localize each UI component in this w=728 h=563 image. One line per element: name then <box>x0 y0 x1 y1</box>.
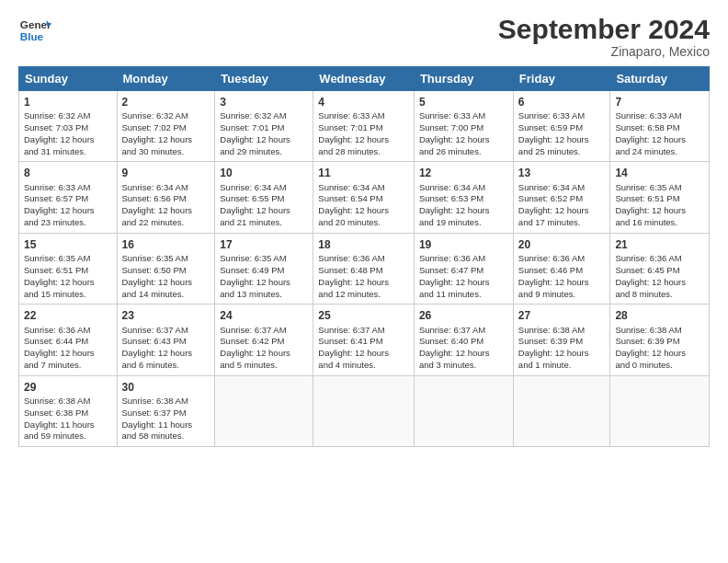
calendar-cell: 1Sunrise: 6:32 AMSunset: 7:03 PMDaylight… <box>19 91 118 162</box>
day-info-line: Sunset: 6:51 PM <box>615 193 704 205</box>
day-info-line: Daylight: 12 hours <box>122 134 210 146</box>
weekday-header-saturday: Saturday <box>610 67 710 91</box>
day-info-line: Sunrise: 6:34 AM <box>220 182 308 194</box>
calendar-cell: 26Sunrise: 6:37 AMSunset: 6:40 PMDayligh… <box>414 304 513 375</box>
day-number: 28 <box>615 308 704 323</box>
calendar-cell: 14Sunrise: 6:35 AMSunset: 6:51 PMDayligh… <box>610 162 710 233</box>
day-info-line: Daylight: 12 hours <box>122 205 210 217</box>
calendar-cell: 17Sunrise: 6:35 AMSunset: 6:49 PMDayligh… <box>215 233 313 304</box>
title-section: September 2024 Zinaparo, Mexico <box>498 14 710 59</box>
day-info-line: and 26 minutes. <box>419 146 508 158</box>
calendar-cell: 19Sunrise: 6:36 AMSunset: 6:47 PMDayligh… <box>414 233 513 304</box>
page: General Blue September 2024 Zinaparo, Me… <box>0 0 728 563</box>
day-info-line: Sunrise: 6:36 AM <box>518 253 606 265</box>
calendar-cell <box>215 375 313 446</box>
day-info-line: Sunset: 6:51 PM <box>24 265 112 277</box>
calendar-cell: 23Sunrise: 6:37 AMSunset: 6:43 PMDayligh… <box>117 304 215 375</box>
calendar-cell: 2Sunrise: 6:32 AMSunset: 7:02 PMDaylight… <box>117 91 215 162</box>
calendar-cell: 8Sunrise: 6:33 AMSunset: 6:57 PMDaylight… <box>19 162 118 233</box>
day-info-line: Daylight: 12 hours <box>318 348 409 360</box>
calendar-header-row: SundayMondayTuesdayWednesdayThursdayFrid… <box>19 67 710 91</box>
main-title: September 2024 <box>498 14 710 44</box>
day-info-line: and 0 minutes. <box>615 360 704 372</box>
day-number: 12 <box>419 166 508 180</box>
day-info-line: Daylight: 12 hours <box>518 277 606 289</box>
weekday-header-thursday: Thursday <box>414 67 513 91</box>
day-info-line: and 20 minutes. <box>318 217 409 229</box>
day-info-line: Sunrise: 6:33 AM <box>615 110 704 122</box>
day-info-line: Daylight: 11 hours <box>122 419 210 431</box>
day-info-line: Daylight: 12 hours <box>122 348 210 360</box>
day-info-line: Sunrise: 6:35 AM <box>122 253 210 265</box>
day-number: 26 <box>419 308 508 323</box>
calendar-cell: 24Sunrise: 6:37 AMSunset: 6:42 PMDayligh… <box>215 304 313 375</box>
day-number: 15 <box>24 237 112 252</box>
day-info-line: Sunset: 6:43 PM <box>122 336 210 348</box>
day-info-line: Daylight: 12 hours <box>419 348 508 360</box>
day-info-line: Sunset: 6:47 PM <box>419 265 508 277</box>
day-info-line: Sunset: 7:01 PM <box>318 122 409 134</box>
day-number: 16 <box>122 237 210 252</box>
weekday-header-monday: Monday <box>117 67 215 91</box>
day-info-line: Daylight: 12 hours <box>122 277 210 289</box>
day-info-line: Daylight: 12 hours <box>24 134 112 146</box>
svg-text:Blue: Blue <box>20 30 44 42</box>
day-number: 4 <box>318 95 409 109</box>
day-info-line: and 4 minutes. <box>318 360 409 372</box>
calendar-cell: 18Sunrise: 6:36 AMSunset: 6:48 PMDayligh… <box>313 233 415 304</box>
day-info-line: Sunrise: 6:34 AM <box>518 182 606 194</box>
weekday-header-friday: Friday <box>513 67 610 91</box>
calendar-cell: 10Sunrise: 6:34 AMSunset: 6:55 PMDayligh… <box>215 162 313 233</box>
calendar-cell: 30Sunrise: 6:38 AMSunset: 6:37 PMDayligh… <box>117 375 215 446</box>
day-info-line: and 30 minutes. <box>122 146 210 158</box>
day-info-line: Sunrise: 6:36 AM <box>419 253 508 265</box>
day-info-line: Sunrise: 6:32 AM <box>122 110 210 122</box>
calendar-week-row: 8Sunrise: 6:33 AMSunset: 6:57 PMDaylight… <box>19 162 710 233</box>
day-info-line: and 14 minutes. <box>122 289 210 301</box>
day-info-line: Daylight: 12 hours <box>419 134 508 146</box>
day-info-line: Sunset: 6:50 PM <box>122 265 210 277</box>
day-info-line: Daylight: 12 hours <box>518 134 606 146</box>
day-info-line: Sunset: 6:56 PM <box>122 193 210 205</box>
day-info-line: Daylight: 11 hours <box>24 419 112 431</box>
subtitle: Zinaparo, Mexico <box>498 44 710 59</box>
day-info-line: Daylight: 12 hours <box>419 205 508 217</box>
header: General Blue September 2024 Zinaparo, Me… <box>18 14 710 59</box>
day-info-line: and 59 minutes. <box>24 431 112 442</box>
day-info-line: Sunrise: 6:36 AM <box>24 325 112 337</box>
calendar-week-row: 22Sunrise: 6:36 AMSunset: 6:44 PMDayligh… <box>19 304 710 375</box>
calendar-cell <box>610 375 710 446</box>
day-info-line: Daylight: 12 hours <box>518 205 606 217</box>
day-info-line: and 1 minute. <box>518 360 606 372</box>
calendar-cell: 15Sunrise: 6:35 AMSunset: 6:51 PMDayligh… <box>19 233 118 304</box>
day-number: 13 <box>518 166 606 180</box>
day-info-line: and 31 minutes. <box>24 146 112 158</box>
calendar-cell: 25Sunrise: 6:37 AMSunset: 6:41 PMDayligh… <box>313 304 415 375</box>
day-number: 7 <box>615 95 704 109</box>
calendar-cell: 12Sunrise: 6:34 AMSunset: 6:53 PMDayligh… <box>414 162 513 233</box>
day-info-line: Sunset: 6:44 PM <box>24 336 112 348</box>
calendar-cell: 21Sunrise: 6:36 AMSunset: 6:45 PMDayligh… <box>610 233 710 304</box>
day-info-line: and 24 minutes. <box>615 146 704 158</box>
day-info-line: Sunset: 6:41 PM <box>318 336 409 348</box>
day-number: 18 <box>318 237 409 252</box>
day-info-line: Sunrise: 6:34 AM <box>122 182 210 194</box>
logo: General Blue <box>18 14 51 47</box>
day-info-line: Sunrise: 6:37 AM <box>318 325 409 337</box>
calendar-cell: 29Sunrise: 6:38 AMSunset: 6:38 PMDayligh… <box>19 375 118 446</box>
calendar-cell <box>414 375 513 446</box>
day-info-line: Daylight: 12 hours <box>318 277 409 289</box>
day-info-line: Sunset: 6:54 PM <box>318 193 409 205</box>
day-info-line: Sunset: 6:40 PM <box>419 336 508 348</box>
day-number: 30 <box>122 380 210 395</box>
day-number: 20 <box>518 237 606 252</box>
calendar-week-row: 1Sunrise: 6:32 AMSunset: 7:03 PMDaylight… <box>19 91 710 162</box>
day-info-line: Sunrise: 6:33 AM <box>419 110 508 122</box>
calendar-cell: 9Sunrise: 6:34 AMSunset: 6:56 PMDaylight… <box>117 162 215 233</box>
day-info-line: Daylight: 12 hours <box>615 348 704 360</box>
weekday-header-sunday: Sunday <box>19 67 118 91</box>
day-info-line: Daylight: 12 hours <box>615 277 704 289</box>
day-info-line: Daylight: 12 hours <box>24 277 112 289</box>
day-number: 19 <box>419 237 508 252</box>
calendar-cell: 22Sunrise: 6:36 AMSunset: 6:44 PMDayligh… <box>19 304 118 375</box>
